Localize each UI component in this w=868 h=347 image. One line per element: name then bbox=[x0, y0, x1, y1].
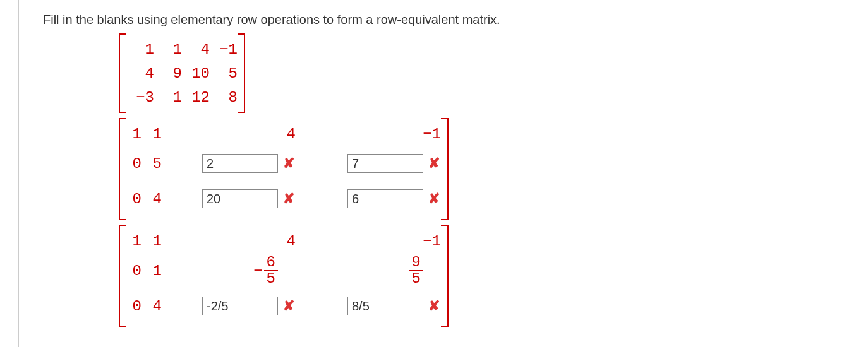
wrong-icon: ✘ bbox=[427, 191, 441, 207]
m1-r3c4: 8 bbox=[210, 89, 238, 106]
left-sub-gutter bbox=[19, 0, 30, 347]
m2-r3c2: 4 bbox=[147, 191, 162, 208]
wrong-icon: ✘ bbox=[282, 298, 296, 314]
m2-r1c4: −1 bbox=[307, 126, 441, 143]
matrix-step-2: 1 1 4 −1 0 1 − 6 5 bbox=[119, 225, 449, 327]
m1-r3c1: −3 bbox=[126, 89, 154, 106]
m2-r3c4-input[interactable] bbox=[347, 189, 423, 208]
m3-r3c2: 4 bbox=[147, 298, 162, 315]
left-gutter bbox=[0, 0, 19, 347]
question-content: Fill in the blanks using elementary row … bbox=[30, 0, 513, 347]
m3-r2c1: 0 bbox=[126, 262, 142, 279]
m1-r1c3: 4 bbox=[182, 41, 210, 58]
m2-r2c2: 5 bbox=[147, 155, 162, 172]
m3-r3c3-input[interactable] bbox=[202, 297, 278, 315]
minus-sign: − bbox=[253, 262, 262, 279]
m2-r1c1: 1 bbox=[126, 126, 142, 143]
m1-r1c2: 1 bbox=[154, 41, 182, 58]
m2-r2c4-input[interactable] bbox=[347, 154, 423, 173]
m1-r2c2: 9 bbox=[154, 65, 182, 82]
m3-r2c4-fraction: 9 5 bbox=[409, 255, 423, 286]
m3-r1c2: 1 bbox=[147, 233, 162, 250]
m1-r2c3: 10 bbox=[182, 65, 210, 82]
question-prompt: Fill in the blanks using elementary row … bbox=[43, 13, 500, 27]
m2-r3c3-input[interactable] bbox=[202, 189, 278, 208]
m3-r1c3: 4 bbox=[162, 233, 296, 250]
wrong-icon: ✘ bbox=[282, 155, 296, 172]
m1-r1c1: 1 bbox=[126, 41, 154, 58]
m1-r2c1: 4 bbox=[126, 65, 154, 82]
m3-r2c3-fraction: 6 5 bbox=[264, 255, 278, 286]
m3-r3c1: 0 bbox=[126, 298, 142, 315]
m1-r3c2: 1 bbox=[154, 89, 182, 106]
matrix-original: 1 1 4 −1 4 9 10 5 −3 1 12 8 bbox=[119, 33, 245, 113]
m1-r2c4: 5 bbox=[210, 65, 238, 82]
m1-r1c4: −1 bbox=[210, 41, 238, 58]
m2-r2c1: 0 bbox=[126, 155, 142, 172]
m2-r2c3-input[interactable] bbox=[202, 154, 278, 173]
m1-r3c3: 12 bbox=[182, 89, 210, 106]
wrong-icon: ✘ bbox=[427, 298, 441, 314]
m2-r1c3: 4 bbox=[162, 126, 296, 143]
m3-r2c2: 1 bbox=[147, 262, 162, 279]
matrix-step-1: 1 1 4 −1 0 5 ✘ ✘ bbox=[119, 118, 449, 220]
wrong-icon: ✘ bbox=[427, 155, 441, 172]
m3-r3c4-input[interactable] bbox=[347, 297, 423, 315]
wrong-icon: ✘ bbox=[282, 191, 296, 207]
m2-r3c1: 0 bbox=[126, 191, 142, 208]
m2-r1c2: 1 bbox=[147, 126, 162, 143]
m3-r1c1: 1 bbox=[126, 233, 142, 250]
m3-r1c4: −1 bbox=[307, 233, 441, 250]
